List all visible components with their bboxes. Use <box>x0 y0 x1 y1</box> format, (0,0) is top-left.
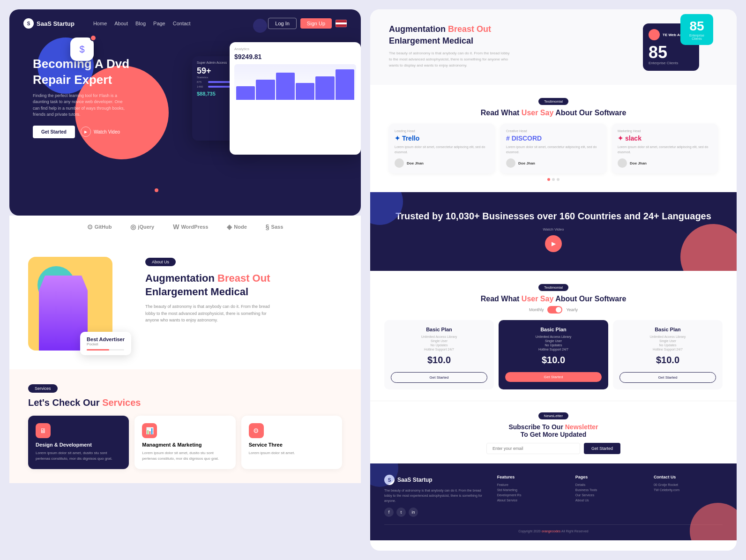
cyan-label: Enterprise Clients <box>685 34 709 40</box>
trusted-play-button[interactable]: ▶ <box>545 235 562 252</box>
toggle-monthly: Monthly <box>529 307 544 312</box>
trusted-highlight2: 24+ <box>643 211 659 221</box>
footer-features-title: Features <box>497 475 566 479</box>
pricing-feature-1-2: Single User <box>391 339 487 343</box>
footer-pages-link-4[interactable]: About Us <box>575 499 644 502</box>
node-icon: ◈ <box>227 223 232 231</box>
test-card-header-1: Leading Head <box>395 129 489 133</box>
nav-blog[interactable]: Blog <box>135 21 146 26</box>
nav-page[interactable]: Page <box>153 21 165 26</box>
pricing-feature-3-1: Unlimited Access Library <box>619 335 716 338</box>
social-facebook-icon[interactable]: f <box>384 508 394 517</box>
footer-feature-link-4[interactable]: About Service <box>497 499 566 502</box>
pricing-toggle: Monthly Yearly <box>384 306 723 314</box>
github-icon: ⊙ <box>87 223 93 231</box>
hero-title: Becoming A DvdRepair Expert Online <box>33 56 153 88</box>
footer-brand-desc: The beauty of astronomy is that anybody … <box>384 488 488 504</box>
pricing-cta-2[interactable]: Get Started <box>505 372 602 382</box>
newsletter-email-input[interactable] <box>486 443 580 454</box>
pricing-title-rest: About Our Software <box>555 295 626 303</box>
footer-feature-link-2[interactable]: Std Marketing <box>497 488 566 492</box>
pricing-feature-1-4: Hotline Support 24/7 <box>391 348 487 351</box>
newsletter-title-rest: To Get More Updated <box>521 431 587 438</box>
service-desc-3: Lorem ipsum dolor sit amet. <box>249 450 335 456</box>
watch-video-button[interactable]: ▶ Watch Video <box>81 127 120 137</box>
sass-icon: § <box>266 223 269 231</box>
footer-feature-link-3[interactable]: Development Rs <box>497 493 566 497</box>
test-avatar-2 <box>506 158 515 168</box>
analyzer-card: TE Web Analyzer 85 Enterprise Clients 85… <box>643 23 699 71</box>
newsletter-section: NewsLetter Subscribe To Our Newsletter T… <box>370 401 737 463</box>
trusted-part1: Trusted by <box>395 211 443 221</box>
test-card-header-3: Marketing Head <box>618 129 712 133</box>
about-section: Best Advertiser Pocket About Us Augmenta… <box>9 238 361 369</box>
about-image: Best Advertiser Pocket <box>28 257 131 351</box>
newsletter-title: Subscribe To Our Newsletter To Get More … <box>384 423 723 438</box>
test-author-1: Doe Jhan <box>395 158 489 168</box>
trusted-title: Trusted by 10,030+ Businesses over 160 C… <box>389 211 718 222</box>
get-started-button[interactable]: Get Started <box>33 126 75 138</box>
footer-contact-link-2[interactable]: TW Celebrity.com <box>654 488 723 492</box>
newsletter-badge: NewsLetter <box>538 412 568 419</box>
nav-contact[interactable]: Contact <box>173 21 191 26</box>
services-title: Let's Check Our Services <box>28 397 342 408</box>
hero-cta: Get Started ▶ Watch Video <box>33 126 153 138</box>
nav-buttons: Log In Sign Up <box>268 18 347 29</box>
footer-feature-link-1[interactable]: Feature <box>497 483 566 486</box>
about-title-highlight: Breast Out <box>217 272 270 284</box>
testimonial-cards-1: Leading Head ✦ Trello Lorem ipsum dolor … <box>389 124 718 173</box>
footer-pages-link-2[interactable]: Business Tools <box>575 488 644 492</box>
footer-brand-text: SaaS Startup <box>397 477 433 483</box>
nav-home[interactable]: Home <box>93 21 107 26</box>
test-content-2: Lorem ipsum dolor sit amet, consectetur … <box>506 145 601 155</box>
newsletter-submit-button[interactable]: Get Started <box>584 443 620 454</box>
adv-card-bar <box>87 349 124 351</box>
nav-about[interactable]: About <box>114 21 128 26</box>
toggle-yearly: Yearly <box>566 307 578 312</box>
pricing-section: Testimonial Read What User Say About Our… <box>370 271 737 401</box>
service-card-2: 📊 Managment & Marketing Lorem ipsum dolo… <box>134 416 235 469</box>
about-title: Augmentation Breast Out Enlargement Medi… <box>145 272 342 299</box>
service-title-1: Design & Development <box>36 442 121 448</box>
pricing-cta-1[interactable]: Get Started <box>391 372 487 383</box>
right-panel: Augmentation Breast Out Enlargement Medi… <box>370 9 737 551</box>
pricing-feature-1-1: Unlimited Access Library <box>391 335 487 338</box>
footer-contact-link-1[interactable]: 00 Grolje Rocket <box>654 483 723 486</box>
pricing-feature-2-2: Single User <box>505 339 602 343</box>
partner-node: ◈ Node <box>227 223 247 231</box>
feature-content: Augmentation Breast Out Enlargement Medi… <box>389 23 629 69</box>
footer-pages-link-1[interactable]: Details <box>575 483 644 486</box>
service-icon-1: 🖥 <box>36 423 51 438</box>
newsletter-form: Get Started <box>384 443 723 454</box>
footer-features-col: Features Feature Std Marketing Developme… <box>497 475 566 517</box>
social-linkedin-icon[interactable]: in <box>409 508 418 517</box>
social-twitter-icon[interactable]: t <box>396 508 406 517</box>
footer-grid: S SaaS Startup The beauty of astronomy i… <box>384 475 723 517</box>
service-card-1: 🖥 Design & Development Lorem ipsum dolor… <box>28 416 129 469</box>
pricing-title-highlight: User Say <box>522 295 554 303</box>
adv-card-title: Best Advertiser <box>87 336 125 342</box>
hero-app-icon: $ <box>70 37 94 61</box>
login-button[interactable]: Log In <box>268 18 297 29</box>
feature-title-rest: Enlargement Medical <box>389 36 473 45</box>
test-title-rest: About Our Software <box>555 109 626 117</box>
test-title-highlight: User Say <box>522 109 554 117</box>
trusted-part2: Businesses over 160 Countries and <box>482 211 641 221</box>
footer-pages-link-3[interactable]: Our Services <box>575 493 644 497</box>
test-dot-3[interactable] <box>557 178 560 181</box>
pricing-card-3: Basic Plan Unlimited Access Library Sing… <box>613 320 723 389</box>
feature-section: Augmentation Breast Out Enlargement Medi… <box>370 9 737 85</box>
pricing-cta-3[interactable]: Get Started <box>619 372 716 383</box>
about-title-rest: Enlargement Medical <box>145 286 248 298</box>
toggle-switch[interactable] <box>547 306 562 314</box>
test-logo-2: # DISCORD <box>506 134 601 142</box>
cyan-num: 85 <box>685 19 709 34</box>
test-dot-1[interactable] <box>547 178 550 181</box>
feature-title-highlight: Breast Out <box>448 24 491 34</box>
pricing-feature-1-3: No Updates <box>391 343 487 347</box>
test-dot-2[interactable] <box>552 178 555 181</box>
test-title-plain: Read What <box>481 109 520 117</box>
testimonial-badge-1: Testimonial <box>538 98 568 105</box>
pricing-price-2: $10.0 <box>505 355 602 366</box>
signup-button[interactable]: Sign Up <box>300 18 332 29</box>
